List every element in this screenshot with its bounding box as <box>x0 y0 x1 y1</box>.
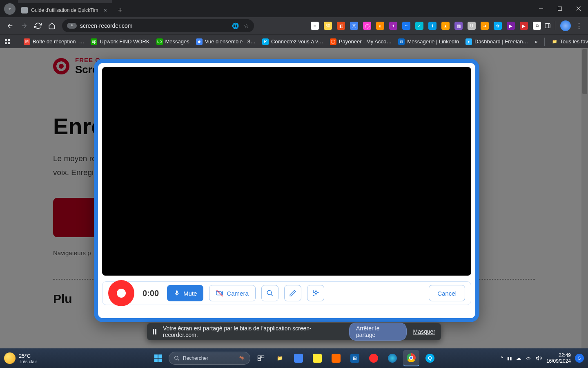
tray-onedrive-icon[interactable]: ☁ <box>516 355 521 361</box>
url-text: screen-recorder.com <box>80 22 132 29</box>
all-bookmarks[interactable]: 📁 Tous les favoris <box>548 36 588 47</box>
app-icon-2[interactable] <box>309 350 325 366</box>
bookmark-favicon: ◯ <box>330 38 336 45</box>
app-icon-3[interactable] <box>328 350 344 366</box>
app-icon-1[interactable] <box>290 350 307 366</box>
extension-icon[interactable]: 文 <box>348 20 360 31</box>
extension-icon[interactable]: 50 <box>322 20 334 31</box>
svg-point-18 <box>175 356 178 359</box>
record-icon <box>117 289 126 298</box>
svg-rect-22 <box>258 359 261 361</box>
bookmark-item[interactable]: PConnectez-vous à v… <box>259 36 327 47</box>
chrome-icon[interactable] <box>403 350 419 366</box>
extension-icon[interactable]: ℹ <box>427 20 438 31</box>
browser-tab[interactable]: Guide d'utilisation de QuickTim × <box>18 3 112 17</box>
effects-button[interactable] <box>307 285 324 301</box>
bookmark-item[interactable]: upUpwork FIND WORK <box>87 36 153 47</box>
home-button[interactable] <box>45 19 59 33</box>
app-icon-4[interactable] <box>365 350 382 366</box>
svg-rect-21 <box>261 356 264 358</box>
extension-icon[interactable]: a <box>374 20 386 31</box>
reload-button[interactable] <box>31 19 45 33</box>
sharing-toast: Votre écran est partagé par le biais de … <box>147 323 441 340</box>
bookmark-item[interactable]: ◯Payoneer - My Acco… <box>327 36 395 47</box>
profile-chip[interactable] <box>4 3 16 15</box>
bookmark-item[interactable]: inMessagerie | LinkedIn <box>395 36 462 47</box>
browser-tab[interactable]: ● Enregistreur d'écran en lign × <box>18 0 112 3</box>
bookmark-label: Messages <box>165 38 189 45</box>
sparkle-icon <box>312 289 319 297</box>
notifications-badge[interactable]: 5 <box>575 354 584 363</box>
extension-icon[interactable]: ▲ <box>440 20 451 31</box>
record-button[interactable] <box>108 280 134 306</box>
extension-icon[interactable]: ⧉ <box>531 20 543 31</box>
weather-widget[interactable]: 25°C Très clair <box>4 352 37 364</box>
camera-button[interactable]: Camera <box>209 285 255 301</box>
bookmark-label: Payoneer - My Acco… <box>339 38 392 45</box>
zoom-button[interactable] <box>261 285 278 301</box>
tab-close-icon[interactable]: × <box>102 7 109 13</box>
tab-label: Guide d'utilisation de QuickTim <box>31 7 100 13</box>
stop-sharing-button[interactable]: Arrêter le partage <box>349 323 407 341</box>
store-icon[interactable]: ⊞ <box>347 350 363 366</box>
bookmark-item[interactable]: ◆Vue d'ensemble - 3… <box>193 36 259 47</box>
extension-icon[interactable]: ✿ <box>492 20 503 31</box>
extension-icon[interactable]: ◯ <box>361 20 373 31</box>
hide-sharing-button[interactable]: Masquer <box>413 328 435 335</box>
apps-icon[interactable] <box>4 36 14 47</box>
site-info-chip[interactable] <box>67 23 77 29</box>
minimize-button[interactable] <box>532 0 550 17</box>
svg-rect-14 <box>154 355 158 358</box>
cancel-button[interactable]: Cancel <box>429 285 465 301</box>
bookmark-favicon: P <box>262 38 269 45</box>
svg-rect-17 <box>158 359 162 362</box>
extension-icon[interactable]: ✓ <box>414 20 425 31</box>
bookmarks-overflow[interactable]: » <box>531 36 541 47</box>
explorer-icon[interactable]: 📁 <box>272 350 288 366</box>
forward-button[interactable] <box>17 19 31 33</box>
recorder-timer: 0:00 <box>143 289 159 298</box>
extension-icon[interactable]: ▶ <box>518 20 530 31</box>
extension-icon[interactable]: ≡ <box>309 20 321 31</box>
svg-rect-4 <box>545 24 550 28</box>
close-window-button[interactable] <box>569 0 588 17</box>
system-tray: ^ ▮▮ ☁ 22:49 16/09/2024 5 <box>501 352 584 364</box>
taskbar-search[interactable]: Rechercher 🦘 <box>169 352 250 365</box>
address-bar[interactable]: screen-recorder.com 🌐 ☆ <box>62 19 254 32</box>
tray-volume-icon[interactable] <box>536 355 542 361</box>
bookmark-star-icon[interactable]: ☆ <box>244 22 249 29</box>
app-icon-5[interactable]: Q <box>422 350 438 366</box>
extensions-row: ≡50◧文◯a✦~✓ℹ▲▦U➔✿▶▶⧉ <box>309 20 543 31</box>
bookmark-item[interactable]: ▸Dashboard | Freelan… <box>462 36 531 47</box>
extension-icon[interactable]: U <box>466 20 477 31</box>
svg-line-13 <box>271 294 273 296</box>
titlebar: M Boîte de réception (2) - michelin ×≡ E… <box>0 0 588 17</box>
edge-icon[interactable] <box>384 350 401 366</box>
bookmark-item[interactable]: upMessages <box>153 36 193 47</box>
maximize-button[interactable] <box>550 0 569 17</box>
mute-button[interactable]: Mute <box>167 285 203 301</box>
task-view-icon[interactable] <box>253 350 269 366</box>
back-button[interactable] <box>3 19 17 33</box>
new-tab-button[interactable]: + <box>114 4 126 16</box>
side-panel-icon[interactable] <box>543 19 552 33</box>
extension-icon[interactable]: ➔ <box>479 20 490 31</box>
extension-icon[interactable]: ▶ <box>505 20 517 31</box>
draw-button[interactable] <box>284 285 301 301</box>
pause-icon[interactable] <box>153 329 156 334</box>
bookmark-item[interactable]: MBoîte de réception -… <box>20 36 87 47</box>
start-button[interactable] <box>150 350 166 366</box>
clock[interactable]: 22:49 16/09/2024 <box>546 352 571 364</box>
menu-button[interactable]: ⋮ <box>573 21 585 30</box>
extension-icon[interactable]: ✦ <box>388 20 399 31</box>
tray-chevron-icon[interactable]: ^ <box>501 355 503 361</box>
extension-icon[interactable]: ~ <box>401 20 412 31</box>
recorder-toolbar: 0:00 Mute Camera Cancel <box>102 281 471 305</box>
extension-icon[interactable]: ▦ <box>453 20 464 31</box>
extension-icon[interactable]: ◧ <box>335 20 347 31</box>
profile-avatar[interactable] <box>560 20 571 31</box>
translate-icon[interactable]: 🌐 <box>232 22 239 29</box>
tray-wifi-icon[interactable] <box>525 355 532 361</box>
tray-lang[interactable]: ▮▮ <box>507 356 512 361</box>
toolbar: screen-recorder.com 🌐 ☆ ≡50◧文◯a✦~✓ℹ▲▦U➔✿… <box>0 17 588 34</box>
